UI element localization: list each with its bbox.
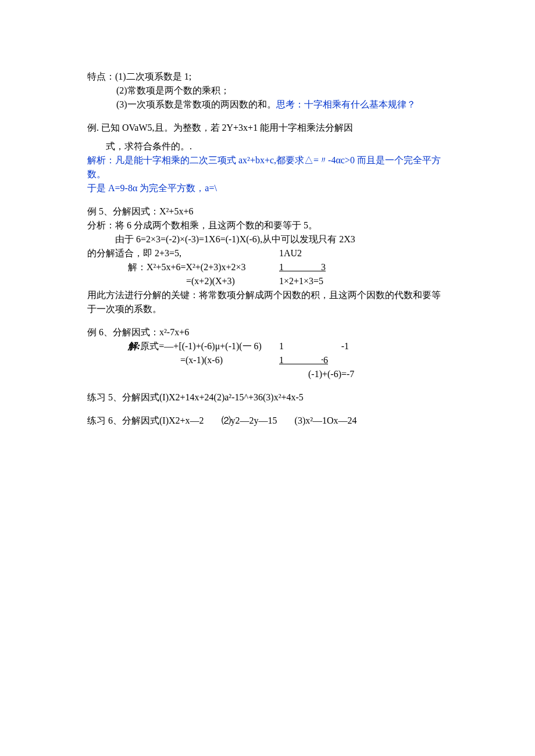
example5-eq2-left: =(x+2)(X+3) [186,274,279,288]
example5-analysis3: 的分解适合，即 2+3=5, [87,246,279,260]
example5-eq1-right: 1________3 [279,260,395,274]
practice5: 练习 5、分解因式(I)X2+14x+24(2)a²-15^+36(3)x²+4… [87,390,448,404]
example5-conclusion: 用此方法进行分解的关键：将常数项分解成两个因数的积，且这两个因数的代数和要等于一… [87,288,448,316]
example6-eq1-left-text: 原式=—+[(-1)+(-6)μ+(-1)(一 6) [140,341,262,351]
example6: 例 6、分解因式：x²-7x+6 解:原式=—+[(-1)+(-6)μ+(-1)… [87,325,448,381]
feature-2: (2)常数项是两个数的乘积； [87,84,448,98]
solve-label: 解： [128,262,147,272]
features-block: 特点：(1)二次项系数是 1; (2)常数项是两个数的乘积； (3)一次项系数是… [87,70,448,112]
example6-eq1-right: 1 -1 [279,339,349,353]
example5: 例 5、分解因式：X²+5x+6 分析：将 6 分成两个数相乘，且这两个数的和要… [87,205,448,316]
solve-label-6: 解: [128,341,140,351]
example6-eq2: =(x-1)(x-6) 1________·6 [87,353,448,367]
example5-eq2: =(x+2)(X+3) 1×2+1×3=5 [87,274,448,288]
example5-analysis3-row: 的分解适合，即 2+3=5, 1AU2 [87,246,448,260]
example5-analysis2: 由于 6=2×3=(-2)×(-3)=1X6=(-1)X(-6),从中可以发现只… [87,232,448,246]
example5-eq1-left-text: X²+5x+6=X²+(2+3)x+2×3 [147,262,246,272]
example5-eq1: 解：X²+5x+6=X²+(2+3)x+2×3 1________3 [87,260,448,274]
example5-eq2-right: 1×2+1×3=5 [279,274,395,288]
feature-1: 特点：(1)二次项系数是 1; [87,70,448,84]
example5-eq1-left: 解：X²+5x+6=X²+(2+3)x+2×3 [128,260,279,274]
practice5-text: 练习 5、分解因式(I)X2+14x+24(2)a²-15^+36(3)x²+4… [87,392,304,402]
example6-eq2-left: =(x-1)(x-6) [180,353,279,367]
example6-eq1-left: 解:原式=—+[(-1)+(-6)μ+(-1)(一 6) [128,339,279,353]
practice6-2: ⑵y2—2y—15 [222,414,277,428]
example5-title: 例 5、分解因式：X²+5x+6 [87,205,448,218]
example6-eq1-right-a: 1 [279,339,284,353]
feature-3-text: (3)一次项系数是常数项的两因数的和。 [116,99,276,109]
practice6-1: 练习 6、分解因式(I)X2+x—2 [87,414,204,428]
example-known: 例. 已知 OVaW5,且。为整数，若 2Y+3x+1 能用十字相乘法分解因 式… [87,121,448,195]
practice6: 练习 6、分解因式(I)X2+x—2 ⑵y2—2y—15 (3)x²—1Ox—2… [87,414,448,428]
example-known-analysis2: 于是 A=9-8α 为完全平方数，a=\ [87,181,448,195]
example6-title: 例 6、分解因式：x²-7x+6 [87,325,448,339]
example6-eq3-right: (-1)+(-6)=-7 [87,367,448,381]
example6-eq1-right-b: -1 [341,339,349,353]
feature-3-think: 思考：十字相乘有什么基本规律？ [276,99,416,109]
example5-analysis1: 分析：将 6 分成两个数相乘，且这两个数的和要等于 5。 [87,218,448,232]
example6-eq1: 解:原式=—+[(-1)+(-6)μ+(-1)(一 6) 1 -1 [87,339,448,353]
example6-eq2-right: 1________·6 [279,353,361,367]
example-known-analysis1: 解析：凡是能十字相乘的二次三项式 ax²+bx+c,都要求△=〃-4αc>0 而… [87,153,448,181]
practice6-3: (3)x²—1Ox—24 [295,414,357,428]
example-known-line1: 例. 已知 OVaW5,且。为整数，若 2Y+3x+1 能用十字相乘法分解因 [87,121,448,135]
example-known-line2: 式，求符合条件的。. [87,139,448,153]
feature-3: (3)一次项系数是常数项的两因数的和。思考：十字相乘有什么基本规律？ [87,98,448,112]
example5-cross-r1: 1AU2 [279,246,395,260]
